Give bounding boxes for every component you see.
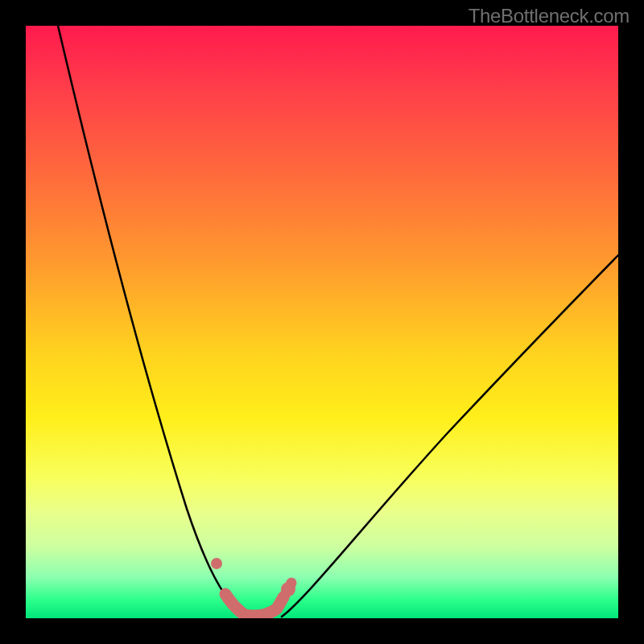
watermark-text: TheBottleneck.com xyxy=(469,5,630,27)
chart-frame: TheBottleneck.com xyxy=(0,0,644,644)
plot-area xyxy=(26,26,618,618)
right-curve xyxy=(282,255,618,617)
right-dot-icon xyxy=(281,582,295,597)
left-curve xyxy=(58,26,248,617)
left-dot-icon xyxy=(211,558,222,569)
trough-band xyxy=(225,594,283,616)
curves-svg xyxy=(26,26,618,618)
